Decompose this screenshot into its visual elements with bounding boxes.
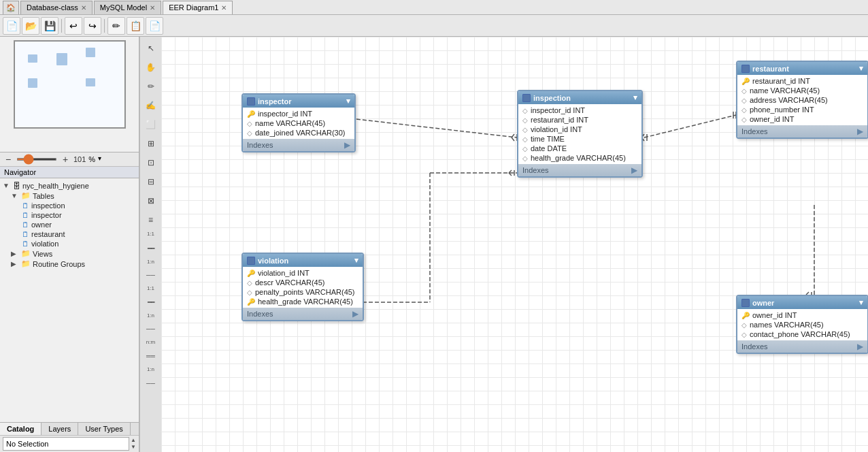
tool-rel-1-1[interactable]: ━━ xyxy=(142,240,160,257)
tree-item-restaurant[interactable]: 🗒 restaurant xyxy=(22,229,136,239)
table-footer-inspector[interactable]: Indexes ▶ xyxy=(243,139,354,151)
undo-button[interactable]: ↩ xyxy=(65,17,82,35)
table-menu-inspector[interactable]: ▾ xyxy=(346,97,350,106)
tree-item-inspection[interactable]: 🗒 inspection xyxy=(22,201,136,210)
table-violation[interactable]: violation ▾ 🔑 violation_id INT ◇ descr V… xyxy=(241,253,364,321)
tool-routine[interactable]: ⊡ xyxy=(142,154,160,172)
key-icon-inspector-id: 🔑 xyxy=(247,110,255,118)
field-name-restaurant-id: restaurant_id INT xyxy=(752,77,810,85)
footer-arrow-owner[interactable]: ▶ xyxy=(857,342,863,351)
open-button[interactable]: 📂 xyxy=(22,17,39,35)
tab-home[interactable]: 🏠 xyxy=(3,1,19,14)
tool-rel-n-m[interactable]: ══ xyxy=(142,347,160,365)
tab-user-types[interactable]: User Types xyxy=(78,423,130,435)
redo-button[interactable]: ↪ xyxy=(84,17,101,35)
edit-button[interactable]: ✏ xyxy=(107,17,125,35)
table-hdr-icon-restaurant xyxy=(741,65,750,73)
field-name-owner-contact: contact_phone VARCHAR(45) xyxy=(750,330,850,338)
tool-layer[interactable]: ⊟ xyxy=(142,173,160,191)
diamond-icon-violation-descr: ◇ xyxy=(247,279,252,287)
tool-hand[interactable]: ✋ xyxy=(142,59,160,76)
paste-button[interactable]: 📄 xyxy=(146,17,163,35)
key-icon-restaurant-id: 🔑 xyxy=(741,78,750,85)
table-inspector[interactable]: inspector ▾ 🔑 inspector_id INT ◇ name VA… xyxy=(241,93,356,152)
tool-eraser[interactable]: ✏ xyxy=(142,78,160,95)
tree-views-folder[interactable]: ▶ 📁 Views xyxy=(11,248,136,259)
tree-item-owner[interactable]: 🗒 owner xyxy=(22,220,136,229)
table-footer-inspection[interactable]: Indexes ▶ xyxy=(518,164,641,176)
table-footer-violation[interactable]: Indexes ▶ xyxy=(243,308,363,320)
tool-rel-1-n-b[interactable]: ── xyxy=(142,320,160,338)
field-violation-descr: ◇ descr VARCHAR(45) xyxy=(243,278,363,287)
rel-label-1-n-b: 1:n xyxy=(147,312,154,319)
selection-input[interactable] xyxy=(3,437,129,451)
zoom-dropdown[interactable]: ▾ xyxy=(98,155,107,164)
rel-label-n-m: n:m xyxy=(146,339,155,346)
tab-database-class[interactable]: Database-class ✕ xyxy=(20,1,93,14)
zoom-slider[interactable] xyxy=(16,158,57,161)
tool-text[interactable]: ✍ xyxy=(142,97,160,114)
nav-viewport-box xyxy=(14,41,125,128)
sel-arrow-up[interactable]: ▲ xyxy=(131,437,136,444)
footer-arrow-inspection[interactable]: ▶ xyxy=(631,165,637,175)
rel-label-1-1-b: 1:1 xyxy=(147,285,154,292)
tree-toggle-root[interactable]: ▼ xyxy=(3,182,11,190)
tree-root-label: nyc_health_hygiene xyxy=(22,182,89,190)
table-menu-restaurant[interactable]: ▾ xyxy=(859,64,863,73)
tab-close-database-class[interactable]: ✕ xyxy=(81,4,86,12)
tab-eer-diagram[interactable]: EER Diagram1 ✕ xyxy=(163,1,233,14)
table-footer-owner[interactable]: Indexes ▶ xyxy=(737,340,867,353)
tree-tables-folder[interactable]: ▼ 📁 Tables xyxy=(11,191,136,201)
table-menu-owner[interactable]: ▾ xyxy=(859,298,863,307)
tool-note[interactable]: ⊠ xyxy=(142,192,160,210)
table-header-inspector: inspector ▾ xyxy=(243,95,354,108)
diamond-icon-inspector-date: ◇ xyxy=(247,129,252,137)
field-name-inspector-name: name VARCHAR(45) xyxy=(255,119,325,127)
canvas[interactable]: inspector ▾ 🔑 inspector_id INT ◇ name VA… xyxy=(161,37,868,452)
tool-rel-1-1-b[interactable]: ━━ xyxy=(142,293,160,311)
tool-table[interactable]: ⬜ xyxy=(142,116,160,133)
footer-arrow-inspector[interactable]: ▶ xyxy=(344,140,350,150)
zoom-out-button[interactable]: − xyxy=(3,154,14,165)
tab-label: EER Diagram1 xyxy=(169,3,218,12)
tab-catalog[interactable]: Catalog xyxy=(0,423,41,435)
rel-label-1-1-a: 1:1 xyxy=(147,230,154,238)
table-restaurant[interactable]: restaurant ▾ 🔑 restaurant_id INT ◇ name … xyxy=(736,61,868,139)
tool-image[interactable]: ≡ xyxy=(142,211,160,229)
new-file-button[interactable]: 📄 xyxy=(3,17,20,35)
tab-close-eer-diagram[interactable]: ✕ xyxy=(221,4,227,12)
sel-arrow-down[interactable]: ▼ xyxy=(131,444,136,451)
tab-close-mysql-model[interactable]: ✕ xyxy=(150,4,155,12)
tool-view[interactable]: ⊞ xyxy=(142,135,160,152)
field-inspector-name: ◇ name VARCHAR(45) xyxy=(243,118,354,128)
tree-toggle-views[interactable]: ▶ xyxy=(11,250,19,258)
field-name-restaurant-owner-id: owner_id INT xyxy=(750,115,794,123)
footer-arrow-violation[interactable]: ▶ xyxy=(352,309,358,319)
table-menu-inspection[interactable]: ▾ xyxy=(633,93,637,102)
rel-f1a xyxy=(509,170,512,173)
tree-toggle-tables[interactable]: ▼ xyxy=(11,192,19,200)
tree-root[interactable]: ▼ 🗄 nyc_health_hygiene xyxy=(3,181,136,191)
rel-f1b xyxy=(509,173,512,176)
copy-button[interactable]: 📋 xyxy=(127,17,144,35)
tool-rel-1-n-c[interactable]: ── xyxy=(142,374,160,392)
table-owner[interactable]: owner ▾ 🔑 owner_id INT ◇ names VARCHAR(4… xyxy=(736,295,868,354)
footer-arrow-restaurant[interactable]: ▶ xyxy=(857,127,863,136)
field-name-violation-descr: descr VARCHAR(45) xyxy=(255,278,325,287)
tree-item-violation[interactable]: 🗒 violation xyxy=(22,239,136,248)
tool-select[interactable]: ↖ xyxy=(142,39,160,57)
tab-layers[interactable]: Layers xyxy=(41,423,78,435)
save-button[interactable]: 💾 xyxy=(41,17,59,35)
zoom-in-button[interactable]: + xyxy=(60,154,71,165)
tree-item-inspector[interactable]: 🗒 inspector xyxy=(22,210,136,220)
tree-toggle-routines[interactable]: ▶ xyxy=(11,260,19,268)
table-footer-restaurant[interactable]: Indexes ▶ xyxy=(737,125,867,138)
tab-mysql-model[interactable]: MySQL Model ✕ xyxy=(94,1,161,14)
tool-rel-1-n[interactable]: ── xyxy=(142,266,160,284)
diamond-icon-owner-names: ◇ xyxy=(741,321,747,329)
navigator-tab[interactable]: Navigator xyxy=(0,167,139,178)
table-menu-violation[interactable]: ▾ xyxy=(354,256,358,265)
table-inspection[interactable]: inspection ▾ ◇ inspector_id INT ◇ restau… xyxy=(517,90,643,178)
rel-inspection-restaurant xyxy=(644,115,736,138)
tree-routines-folder[interactable]: ▶ 📁 Routine Groups xyxy=(11,259,136,269)
